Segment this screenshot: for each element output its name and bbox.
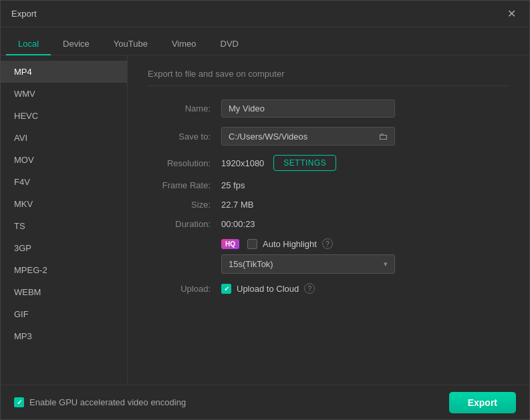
sidebar-item-mpeg2[interactable]: MPEG-2	[1, 259, 127, 281]
auto-highlight-info-icon[interactable]: ?	[322, 238, 333, 249]
duration-row: Duration: 00:00:23	[148, 219, 509, 229]
auto-highlight-check-row: HQ Auto Highlight ?	[221, 238, 395, 249]
tab-bar: Local Device YouTube Vimeo DVD	[1, 27, 529, 55]
resolution-label: Resolution:	[148, 158, 221, 168]
hq-badge: HQ	[221, 239, 239, 249]
save-to-input[interactable]: C:/Users/WS/Videos 🗀	[221, 127, 395, 146]
save-to-row: Save to: C:/Users/WS/Videos 🗀	[148, 127, 509, 146]
sidebar-item-ts[interactable]: TS	[1, 215, 127, 237]
size-label: Size:	[148, 200, 221, 210]
frame-rate-row: Frame Rate: 25 fps	[148, 180, 509, 190]
sidebar-item-f4v[interactable]: F4V	[1, 171, 127, 193]
sidebar-item-webm[interactable]: WEBM	[1, 281, 127, 303]
right-panel: Export to file and save on computer Name…	[128, 55, 529, 385]
upload-check-row: Upload to Cloud ?	[221, 283, 315, 294]
sidebar-item-mp3[interactable]: MP3	[1, 325, 127, 347]
sidebar-item-mkv[interactable]: MKV	[1, 193, 127, 215]
sidebar-item-mov[interactable]: MOV	[1, 149, 127, 171]
main-content: MP4 WMV HEVC AVI MOV F4V MKV TS 3GP MPEG…	[1, 55, 529, 385]
name-input[interactable]	[221, 99, 395, 118]
gpu-check-row: Enable GPU accelerated video encoding	[14, 397, 186, 407]
resolution-value: 1920x1080	[221, 158, 264, 168]
auto-highlight-wrapper: HQ Auto Highlight ? 15s(TikTok) ▾	[221, 238, 395, 274]
sidebar-item-wmv[interactable]: WMV	[1, 83, 127, 105]
upload-info-icon[interactable]: ?	[304, 283, 315, 294]
resolution-value-row: 1920x1080 SETTINGS	[221, 155, 336, 171]
title-bar: Export ✕	[1, 1, 529, 27]
upload-label: Upload:	[148, 284, 221, 294]
settings-button[interactable]: SETTINGS	[273, 155, 336, 171]
dropdown-arrow-icon: ▾	[384, 260, 388, 268]
upload-to-cloud-checkbox[interactable]	[221, 284, 231, 294]
tab-local[interactable]: Local	[6, 33, 51, 55]
auto-highlight-text: Auto Highlight	[263, 239, 317, 249]
auto-highlight-row: HQ Auto Highlight ? 15s(TikTok) ▾	[148, 238, 509, 274]
gpu-checkbox[interactable]	[14, 397, 24, 407]
sidebar-item-gif[interactable]: GIF	[1, 303, 127, 325]
save-to-label: Save to:	[148, 132, 221, 142]
sidebar-item-mp4[interactable]: MP4	[1, 61, 127, 83]
export-window: Export ✕ Local Device YouTube Vimeo DVD …	[0, 0, 530, 420]
dropdown-value: 15s(TikTok)	[229, 259, 273, 269]
tab-dvd[interactable]: DVD	[209, 33, 251, 55]
sidebar-item-avi[interactable]: AVI	[1, 127, 127, 149]
close-button[interactable]: ✕	[505, 6, 519, 21]
frame-rate-value: 25 fps	[221, 180, 245, 190]
export-button[interactable]: Export	[449, 392, 516, 413]
duration-value: 00:00:23	[221, 219, 255, 229]
resolution-row: Resolution: 1920x1080 SETTINGS	[148, 155, 509, 171]
export-description: Export to file and save on computer	[148, 69, 509, 86]
upload-row: Upload: Upload to Cloud ?	[148, 283, 509, 294]
save-to-path: C:/Users/WS/Videos	[229, 132, 378, 142]
tab-vimeo[interactable]: Vimeo	[160, 33, 209, 55]
duration-label: Duration:	[148, 219, 221, 229]
gpu-label: Enable GPU accelerated video encoding	[29, 397, 186, 407]
highlight-duration-dropdown[interactable]: 15s(TikTok) ▾	[221, 254, 395, 274]
name-label: Name:	[148, 103, 221, 114]
upload-to-cloud-text: Upload to Cloud	[237, 284, 299, 294]
sidebar-item-hevc[interactable]: HEVC	[1, 105, 127, 127]
auto-highlight-checkbox[interactable]	[247, 239, 257, 249]
size-row: Size: 22.7 MB	[148, 200, 509, 210]
sidebar-item-3gp[interactable]: 3GP	[1, 237, 127, 259]
bottom-bar: Enable GPU accelerated video encoding Ex…	[1, 385, 529, 419]
tab-device[interactable]: Device	[51, 33, 102, 55]
window-title: Export	[11, 9, 37, 19]
tab-youtube[interactable]: YouTube	[102, 33, 160, 55]
frame-rate-label: Frame Rate:	[148, 180, 221, 190]
sidebar: MP4 WMV HEVC AVI MOV F4V MKV TS 3GP MPEG…	[1, 55, 128, 385]
size-value: 22.7 MB	[221, 200, 253, 210]
name-row: Name:	[148, 99, 509, 118]
folder-icon[interactable]: 🗀	[378, 131, 388, 142]
